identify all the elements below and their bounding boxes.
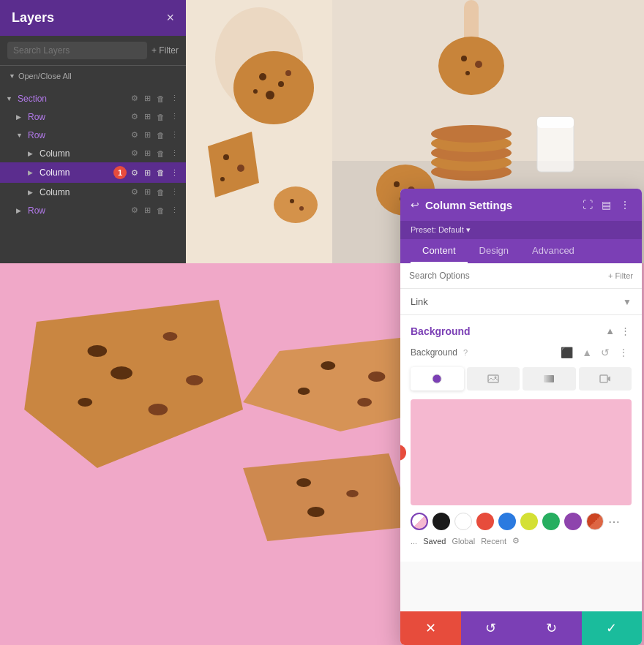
menu-icon[interactable]: ⋮ bbox=[169, 186, 180, 197]
bg-tab-color[interactable] bbox=[411, 367, 464, 391]
settings-icon[interactable]: ⚙ bbox=[130, 129, 140, 140]
delete-icon-active[interactable]: 🗑 bbox=[155, 167, 166, 178]
settings-icon[interactable]: ⚙ bbox=[130, 148, 140, 159]
svg-point-45 bbox=[346, 490, 359, 497]
svg-point-2 bbox=[233, 51, 314, 124]
settings-preset[interactable]: Preset: Default ▾ bbox=[400, 221, 642, 239]
bg-tab-video[interactable] bbox=[579, 367, 632, 391]
settings-layout-icon[interactable]: ▤ bbox=[600, 197, 613, 212]
copy-icon[interactable]: ⊞ bbox=[143, 129, 152, 140]
settings-header-left: ↩ Column Settings bbox=[411, 199, 512, 211]
saved-settings-icon[interactable]: ⚙ bbox=[512, 536, 520, 546]
svg-point-12 bbox=[274, 186, 318, 223]
tab-advanced[interactable]: Advanced bbox=[520, 239, 586, 263]
settings-icon[interactable]: ⚙ bbox=[130, 111, 140, 122]
copy-icon[interactable]: ⊞ bbox=[143, 205, 152, 216]
menu-icon[interactable]: ⋮ bbox=[169, 148, 180, 159]
copy-icon-active[interactable]: ⊞ bbox=[143, 167, 152, 178]
layer-actions-col2: ⚙ ⊞ 🗑 ⋮ bbox=[130, 167, 180, 178]
layer-item-col-1[interactable]: ▶ Column ⚙ ⊞ 🗑 ⋮ bbox=[0, 144, 186, 162]
menu-icon-active[interactable]: ⋮ bbox=[169, 167, 180, 178]
settings-search-input[interactable] bbox=[409, 271, 602, 281]
svg-point-5 bbox=[266, 91, 274, 99]
delete-icon[interactable]: 🗑 bbox=[155, 130, 166, 140]
layer-item-section[interactable]: ▼ Section ⚙ ⊞ 🗑 ⋮ bbox=[0, 89, 186, 108]
global-btn[interactable]: Global bbox=[452, 537, 475, 546]
settings-icon[interactable]: ⚙ bbox=[130, 205, 140, 216]
bg-color-preview[interactable] bbox=[411, 399, 632, 505]
swatch-black[interactable] bbox=[433, 513, 450, 530]
delete-icon[interactable]: 🗑 bbox=[155, 187, 166, 197]
menu-icon[interactable]: ⋮ bbox=[169, 205, 180, 216]
cancel-button[interactable]: ✕ bbox=[400, 611, 461, 645]
layer-item-row-1[interactable]: ▶ Row ⚙ ⊞ 🗑 ⋮ bbox=[0, 108, 186, 126]
delete-icon[interactable]: 🗑 bbox=[155, 94, 166, 104]
bg-help-icon[interactable]: ? bbox=[463, 348, 468, 357]
layer-name-col3: Column bbox=[40, 187, 127, 197]
delete-icon[interactable]: 🗑 bbox=[155, 148, 166, 159]
settings-fullscreen-icon[interactable]: ⛶ bbox=[581, 197, 594, 212]
recent-btn[interactable]: Recent bbox=[481, 537, 506, 546]
svg-point-46 bbox=[307, 507, 324, 517]
swatch-green[interactable] bbox=[542, 513, 560, 530]
bg-section-title: Background bbox=[411, 325, 471, 337]
layer-item-col-3[interactable]: ▶ Column ⚙ ⊞ 🗑 ⋮ bbox=[0, 183, 186, 201]
badge-2: 2 bbox=[400, 445, 406, 461]
copy-icon[interactable]: ⊞ bbox=[143, 186, 152, 197]
layers-header: Layers × bbox=[0, 0, 186, 36]
menu-icon[interactable]: ⋮ bbox=[169, 93, 180, 104]
redo-button[interactable]: ↻ bbox=[521, 611, 582, 645]
settings-icon[interactable]: ⚙ bbox=[130, 186, 140, 197]
layer-item-row-2[interactable]: ▼ Row ⚙ ⊞ 🗑 ⋮ bbox=[0, 126, 186, 144]
column-settings-panel: ↩ Column Settings ⛶ ▤ ⋮ Preset: Default … bbox=[400, 189, 642, 645]
layer-name-row2: Row bbox=[28, 130, 127, 140]
svg-rect-48 bbox=[488, 375, 498, 382]
layers-search-input[interactable] bbox=[7, 42, 147, 59]
bg-tab-gradient[interactable] bbox=[523, 367, 576, 391]
copy-icon[interactable]: ⊞ bbox=[143, 148, 152, 159]
delete-icon[interactable]: 🗑 bbox=[155, 112, 166, 122]
tab-design[interactable]: Design bbox=[468, 239, 520, 263]
settings-icon-active[interactable]: ⚙ bbox=[130, 167, 140, 178]
back-icon[interactable]: ↩ bbox=[411, 199, 419, 211]
delete-icon[interactable]: 🗑 bbox=[155, 205, 166, 216]
layers-filter-button[interactable]: + Filter bbox=[151, 45, 179, 56]
swatch-blue[interactable] bbox=[498, 513, 516, 530]
copy-icon[interactable]: ⊞ bbox=[143, 111, 152, 122]
saved-btn[interactable]: Saved bbox=[423, 537, 446, 546]
tab-content[interactable]: Content bbox=[411, 239, 468, 263]
settings-filter-button[interactable]: + Filter bbox=[608, 271, 633, 280]
svg-point-4 bbox=[278, 81, 284, 87]
svg-point-11 bbox=[220, 177, 225, 181]
bg-tab-image[interactable] bbox=[467, 367, 520, 391]
layer-item-row-3[interactable]: ▶ Row ⚙ ⊞ 🗑 ⋮ bbox=[0, 201, 186, 219]
bg-expand-icon[interactable]: ▲ bbox=[604, 324, 616, 338]
bg-color-icon[interactable]: ⬛ bbox=[558, 345, 576, 360]
swatch-active[interactable] bbox=[411, 513, 428, 530]
menu-icon[interactable]: ⋮ bbox=[169, 111, 180, 122]
bg-reset-icon[interactable]: ↺ bbox=[598, 345, 613, 360]
menu-icon[interactable]: ⋮ bbox=[169, 129, 180, 140]
settings-icon[interactable]: ⚙ bbox=[130, 93, 140, 104]
bg-more-icon[interactable]: ⋮ bbox=[619, 324, 632, 338]
layer-item-col-2-active[interactable]: ▶ Column 1 ⚙ ⊞ 🗑 ⋮ bbox=[0, 162, 186, 183]
swatch-yellow[interactable] bbox=[520, 513, 538, 530]
open-close-all[interactable]: Open/Close All bbox=[0, 66, 186, 86]
svg-point-41 bbox=[368, 371, 385, 382]
layer-actions-row3: ⚙ ⊞ 🗑 ⋮ bbox=[130, 205, 180, 216]
undo-button[interactable]: ↺ bbox=[461, 611, 522, 645]
swatch-red[interactable] bbox=[476, 513, 494, 530]
confirm-button[interactable]: ✓ bbox=[582, 611, 643, 645]
bg-options-icon[interactable]: ⋮ bbox=[615, 345, 632, 360]
bg-pointer-icon[interactable]: ▲ bbox=[579, 345, 595, 360]
swatch-purple[interactable] bbox=[564, 513, 582, 530]
svg-point-3 bbox=[259, 73, 266, 80]
layers-close-icon[interactable]: × bbox=[166, 10, 174, 26]
settings-more-icon[interactable]: ⋮ bbox=[618, 197, 632, 212]
color-more-icon[interactable]: ⋯ bbox=[608, 515, 620, 529]
link-section-header[interactable]: Link ▼ bbox=[411, 296, 632, 307]
saved-more-btn[interactable]: ... bbox=[411, 537, 417, 546]
swatch-custom[interactable] bbox=[586, 513, 604, 530]
swatch-white[interactable] bbox=[454, 513, 472, 530]
copy-icon[interactable]: ⊞ bbox=[143, 93, 152, 104]
